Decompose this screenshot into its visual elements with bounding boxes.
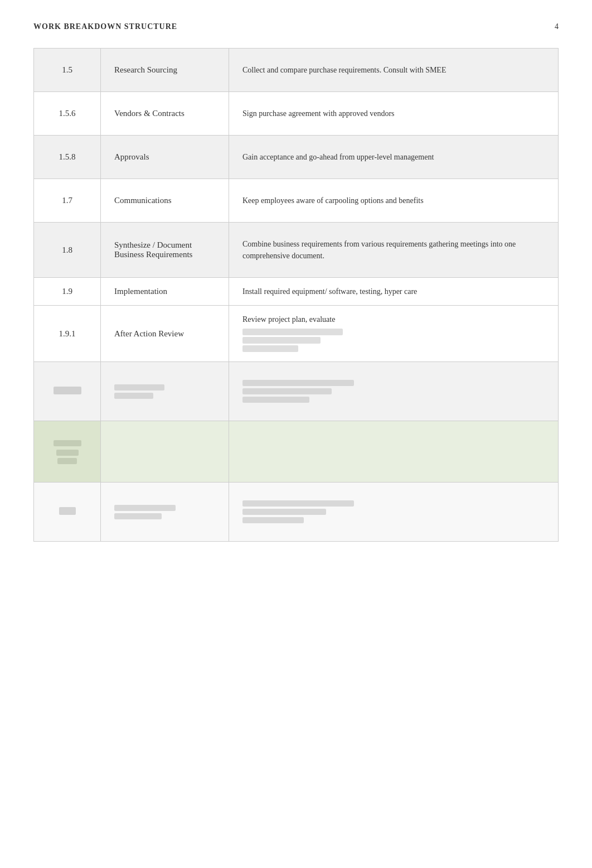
row-description: Combine business requirements from vario…: [229, 223, 559, 278]
row-id: 1.7: [34, 179, 101, 223]
row-desc-blurred: [229, 362, 559, 421]
row-description: Gain acceptance and go-ahead from upper-…: [229, 136, 559, 179]
row-id: 1.9: [34, 278, 101, 306]
row-id-blurred: [34, 362, 101, 421]
page-title: WORK BREAKDOWN STRUCTURE: [33, 22, 177, 31]
row-desc-blurred-last: [229, 483, 559, 542]
row-description: Sign purchase agreement with approved ve…: [229, 92, 559, 136]
row-id: 1.9.1: [34, 306, 101, 362]
table-row: 1.5Research SourcingCollect and compare …: [34, 49, 559, 92]
row-id: 1.5.8: [34, 136, 101, 179]
row-id: 1.8: [34, 223, 101, 278]
row-name-blurred-green: [101, 421, 229, 483]
row-name: Synthesize / Document Business Requireme…: [101, 223, 229, 278]
page-number: 4: [555, 22, 559, 31]
row-id: 1.5.6: [34, 92, 101, 136]
row-name: Implementation: [101, 278, 229, 306]
row-name-blurred: [101, 362, 229, 421]
row-description: Collect and compare purchase requirement…: [229, 49, 559, 92]
table-row-blurred-last: [34, 483, 559, 542]
table-row-blurred: [34, 362, 559, 421]
row-name-blurred-last: [101, 483, 229, 542]
page-header: WORK BREAKDOWN STRUCTURE 4: [33, 22, 559, 31]
table-row: 1.9ImplementationInstall required equipm…: [34, 278, 559, 306]
row-description: Keep employees aware of carpooling optio…: [229, 179, 559, 223]
table-row-blurred-green: [34, 421, 559, 483]
table-row: 1.7CommunicationsKeep employees aware of…: [34, 179, 559, 223]
wbs-table: 1.5Research SourcingCollect and compare …: [33, 48, 559, 542]
row-name: Communications: [101, 179, 229, 223]
row-description: Review project plan, evaluate: [229, 306, 559, 362]
table-row: 1.8Synthesize / Document Business Requir…: [34, 223, 559, 278]
row-description: Install required equipment/ software, te…: [229, 278, 559, 306]
row-name: Vendors & Contracts: [101, 92, 229, 136]
table-row: 1.5.6Vendors & ContractsSign purchase ag…: [34, 92, 559, 136]
row-name: After Action Review: [101, 306, 229, 362]
row-name: Approvals: [101, 136, 229, 179]
row-name: Research Sourcing: [101, 49, 229, 92]
row-desc-blurred-green: [229, 421, 559, 483]
row-id-blurred-green: [34, 421, 101, 483]
table-row: 1.5.8ApprovalsGain acceptance and go-ahe…: [34, 136, 559, 179]
table-row: 1.9.1After Action ReviewReview project p…: [34, 306, 559, 362]
row-id-blurred-last: [34, 483, 101, 542]
row-id: 1.5: [34, 49, 101, 92]
